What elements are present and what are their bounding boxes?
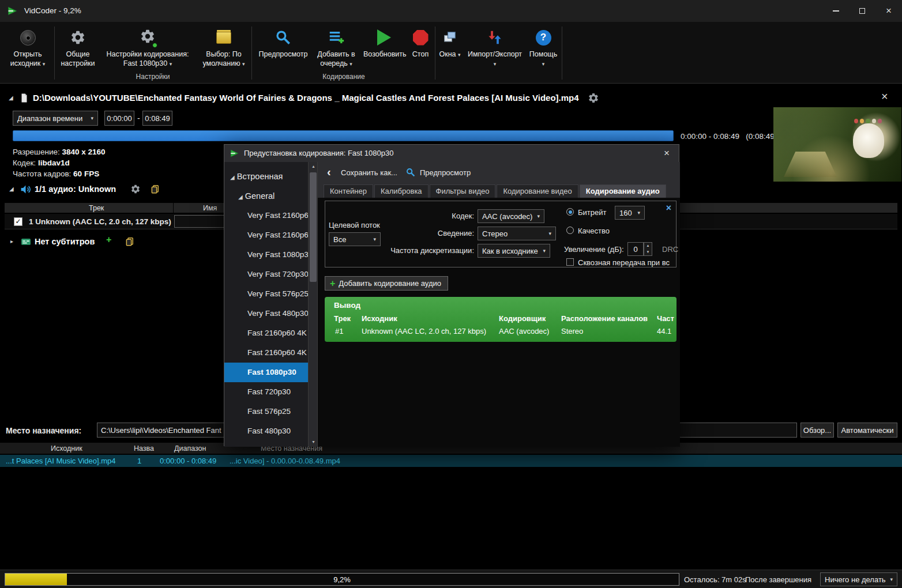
preset-item-selected[interactable]: Fast 1080p30 — [224, 363, 308, 382]
add-to-queue-icon — [328, 29, 345, 46]
after-completion-select[interactable]: Ничего не делать ▾ — [820, 572, 897, 586]
queue-row[interactable]: ...t Palaces [AI Music Video].mp4 1 0:00… — [0, 455, 902, 467]
after-completion-value: Ничего не делать — [825, 575, 886, 584]
passthrough-checkbox[interactable] — [566, 258, 574, 266]
minimize-button[interactable] — [822, 0, 849, 22]
import-export-button[interactable]: Импорт/Экспорт ▾ — [465, 25, 525, 81]
mixdown-select[interactable]: Стерео ▾ — [478, 227, 556, 240]
tab-video-encoding[interactable]: Кодирование видео — [497, 184, 578, 198]
queue-col-range[interactable]: Диапазон — [174, 444, 206, 453]
preset-item[interactable]: Very Fast 1080p3 — [224, 245, 308, 265]
tab-sizing[interactable]: Калибровка — [374, 184, 429, 198]
time-remaining: Осталось: 7m 02s — [684, 575, 746, 584]
auto-naming-button[interactable]: Автоматически — [837, 423, 897, 438]
gain-spinner[interactable]: ▲ ▼ — [644, 242, 652, 256]
scrollbar-thumb[interactable] — [310, 172, 317, 282]
plus-icon: + — [330, 278, 335, 289]
scroll-up-icon[interactable]: ▲ — [309, 162, 318, 171]
thumbnail-stairs — [784, 152, 837, 177]
dropdown-arrow-icon: ▾ — [494, 61, 497, 67]
range-type-select[interactable]: Диапазон времени ▾ — [13, 111, 98, 126]
tab-audio-encoding[interactable]: Кодирование аудио — [580, 184, 666, 198]
gain-input[interactable] — [627, 242, 644, 256]
resolution-value: 3840 x 2160 — [62, 148, 105, 156]
help-button[interactable]: ? Помощь ▾ — [527, 25, 559, 81]
target-stream-value: Все — [333, 235, 346, 244]
dropdown-arrow-icon: ▾ — [637, 210, 640, 216]
back-icon[interactable]: ‹ — [327, 165, 331, 179]
file-icon — [19, 92, 29, 104]
tree-node-builtin[interactable]: ◢ Встроенная — [224, 167, 308, 186]
queue-col-source[interactable]: Исходник — [51, 444, 82, 453]
samplerate-select[interactable]: Как в исходнике ▾ — [478, 244, 550, 258]
toolbar-divider — [435, 27, 435, 80]
tree-scrollbar[interactable]: ▲ ▼ — [308, 162, 318, 447]
audio-settings-gear-icon[interactable] — [130, 184, 141, 194]
preset-item[interactable]: Fast 576p25 — [224, 402, 308, 421]
queue-row-source: ...t Palaces [AI Music Video].mp4 — [6, 457, 116, 465]
open-source-button[interactable]: Открыть исходник ▾ — [3, 25, 52, 81]
preset-item[interactable]: Very Fast 720p30 — [224, 265, 308, 284]
stop-icon — [413, 30, 429, 46]
add-subtitle-button[interactable]: + — [106, 235, 111, 245]
remove-encoding-button[interactable]: × — [666, 203, 671, 213]
range-end-input[interactable] — [142, 111, 172, 126]
maximize-button[interactable] — [849, 0, 875, 22]
close-window-button[interactable]: × — [875, 0, 902, 22]
preset-item[interactable]: Fast 720p30 — [224, 382, 308, 402]
dialog-tabs: Контейнер Калибровка Фильтры видео Кодир… — [318, 184, 680, 198]
queue-row-name: 1 — [137, 457, 141, 465]
source-expander-icon[interactable]: ◢ — [9, 95, 13, 101]
audio-expander-icon[interactable]: ◢ — [9, 186, 14, 192]
resolution-label: Разрешение: — [13, 148, 60, 156]
scroll-down-icon[interactable]: ▼ — [309, 438, 318, 447]
dropdown-arrow-icon: ▾ — [548, 231, 551, 236]
spinner-down-icon[interactable]: ▼ — [644, 249, 652, 255]
preset-tree: ◢ Встроенная ◢ General Very Fast 2160p6 … — [224, 162, 318, 447]
browse-button[interactable]: Обзор... — [800, 423, 834, 438]
timeline-range-bar[interactable] — [13, 130, 674, 141]
range-start-input[interactable] — [104, 111, 134, 126]
close-source-button[interactable]: × — [881, 90, 888, 103]
codec-select[interactable]: AAC (avcodec) ▾ — [478, 209, 544, 223]
save-as-button[interactable]: Сохранить как... — [341, 168, 397, 177]
windows-icon — [442, 29, 458, 46]
preset-item[interactable]: Fast 480p30 — [224, 421, 308, 441]
queue-row-destination: ...ic Video] - 0.00.00-0.08.49.mp4 — [230, 457, 340, 465]
import-export-label: Импорт/Экспорт — [468, 50, 522, 58]
group-label-settings: Настройки — [58, 73, 248, 81]
queue-col-name[interactable]: Назва — [134, 444, 154, 453]
audio-track-checkbox[interactable]: ✓ — [14, 217, 22, 226]
tab-container[interactable]: Контейнер — [324, 184, 373, 198]
bitrate-radio[interactable] — [566, 208, 574, 216]
dialog-titlebar: Предустановка кодирования: Fast 1080p30 … — [224, 145, 679, 162]
preset-item[interactable]: Very Fast 480p30 — [224, 304, 308, 323]
samplerate-label: Частота дискретизации: — [360, 246, 474, 255]
dialog-preview-button[interactable]: Предпросмотр — [420, 168, 471, 177]
tab-video-filters[interactable]: Фильтры видео — [430, 184, 496, 198]
bitrate-select[interactable]: 160 ▾ — [615, 206, 645, 220]
source-settings-gear-icon[interactable] — [588, 92, 599, 104]
windows-button[interactable]: Окна ▾ — [437, 25, 463, 81]
add-audio-encoding-button[interactable]: + Добавить кодирование аудио — [325, 276, 448, 291]
encode-progress-bar: 9,2% — [5, 573, 679, 586]
dialog-close-button[interactable]: × — [655, 145, 679, 162]
preview-thumbnail — [773, 107, 901, 182]
tree-node-general-label: General — [245, 191, 275, 201]
preset-item[interactable]: Very Fast 2160p6 — [224, 225, 308, 245]
subtitles-copy-icon[interactable] — [125, 236, 135, 247]
subtitles-expander-icon[interactable]: ▸ — [10, 238, 13, 244]
audio-col-track: Трек — [89, 204, 104, 212]
spinner-up-icon[interactable]: ▲ — [644, 243, 652, 249]
output-row-layout: Stereo — [561, 327, 583, 336]
dialog-preview-icon — [405, 167, 416, 178]
quality-radio[interactable] — [566, 227, 574, 234]
audio-copy-icon[interactable] — [150, 184, 160, 194]
preset-item[interactable]: Very Fast 576p25 — [224, 284, 308, 304]
preset-item[interactable]: Very Fast 2160p6 — [224, 206, 308, 225]
audio-output-panel: Вывод Трек Исходник Кодировщик Расположе… — [325, 297, 676, 342]
preset-item[interactable]: Fast 2160p60 4K — [224, 343, 308, 363]
tree-node-general[interactable]: ◢ General — [224, 186, 308, 206]
preset-item[interactable]: Fast 2160p60 4K — [224, 323, 308, 343]
help-icon: ? — [536, 30, 551, 46]
